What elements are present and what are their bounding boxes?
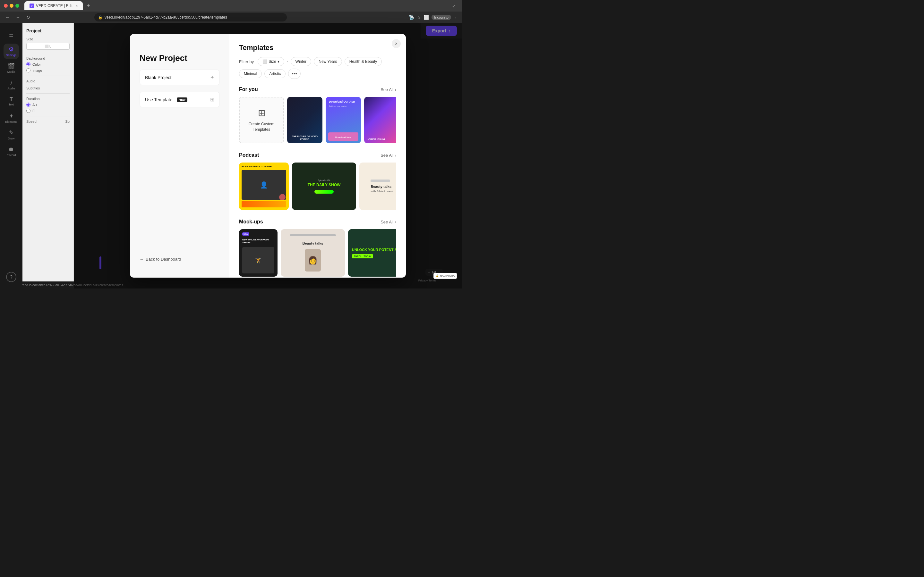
- maximize-window-button[interactable]: [15, 4, 19, 8]
- mockups-see-all-label: See All: [381, 219, 393, 224]
- color-radio[interactable]: [26, 62, 31, 66]
- beauty-talks-title: Beauty talks: [371, 185, 394, 189]
- sidebar-item-text[interactable]: T Text: [3, 93, 19, 109]
- back-button[interactable]: ←: [4, 15, 11, 20]
- browser-menu-icon[interactable]: ⋮: [454, 15, 458, 20]
- cast-icon[interactable]: 📡: [409, 15, 414, 20]
- create-custom-icon: ⊞: [258, 108, 265, 118]
- for-you-grid: ⊞ Create Custom Templates THE FUTURE OF …: [239, 97, 396, 143]
- new-online-workout-card[interactable]: NEW NEW ONLINE WORKOUT SERIES 🏋: [239, 229, 278, 277]
- bookmark-icon[interactable]: ☆: [417, 15, 421, 20]
- more-filters-button[interactable]: •••: [288, 69, 300, 79]
- sidebar: ☰ ⚙ Settings 🎬 Media ♪ Audio T Text ✦ El…: [0, 23, 23, 288]
- sidebar-item-draw[interactable]: ✎ Draw: [3, 127, 19, 142]
- artistic-filter-button[interactable]: Artistic: [264, 69, 286, 78]
- templates-title: Templates: [239, 44, 396, 52]
- size-filter-button[interactable]: ⬜ Size ▾: [258, 57, 284, 66]
- daily-show-title: THE DAILY SHOW: [308, 183, 341, 187]
- podcast-badge: [279, 194, 286, 200]
- tab-close-button[interactable]: ×: [76, 4, 78, 8]
- image-label: Image: [32, 69, 42, 73]
- sidebar-menu-toggle[interactable]: ☰: [3, 27, 19, 42]
- mockups-section-header: Mock-ups See All ›: [239, 219, 396, 225]
- lorem-ipsum-template-card[interactable]: LOREM IPSUM: [364, 97, 396, 143]
- active-tab[interactable]: V VEED CREATE | Edit ×: [24, 1, 83, 10]
- new-badge: NEW: [177, 97, 187, 102]
- landscape-button[interactable]: ⬜ L: [26, 43, 69, 50]
- download-app-title: Download Our App: [329, 100, 355, 104]
- browser-nav: ← → ↻ 🔒 veed.io/edit/abcb1297-5a01-4d77-…: [0, 11, 462, 23]
- image-option[interactable]: Image: [26, 68, 69, 73]
- blank-project-label: Blank Project: [145, 75, 171, 80]
- auto-duration-radio[interactable]: [26, 103, 31, 107]
- waveform-line-1: [371, 179, 390, 182]
- browser-titlebar: V VEED CREATE | Edit × + ⤢: [0, 0, 462, 11]
- sidebar-item-record[interactable]: ⏺ Record: [3, 143, 19, 159]
- unlock-potential-card[interactable]: Unlock Your Potential ENROLL TODAY: [348, 229, 396, 277]
- help-button[interactable]: ?: [6, 272, 16, 282]
- blank-project-option[interactable]: Blank Project ✦: [140, 69, 220, 85]
- beauty-talks-sub: with Silvia Lorento: [371, 190, 394, 193]
- winter-filter-button[interactable]: Winter: [291, 57, 312, 66]
- auto-duration-option[interactable]: Au: [26, 103, 69, 107]
- health-beauty-filter-button[interactable]: Health & Beauty: [344, 57, 382, 66]
- browser-nav-actions: 📡 ☆ ⬜ Incognito ⋮: [409, 15, 458, 20]
- create-custom-templates-card[interactable]: ⊞ Create Custom Templates: [239, 97, 284, 143]
- beauty-talks-phone-card[interactable]: Beauty talks 👩: [281, 229, 345, 277]
- image-radio[interactable]: [26, 68, 31, 73]
- panel-divider-4: [26, 116, 69, 116]
- download-app-template-card[interactable]: Download Our App Get it on your device D…: [326, 97, 361, 143]
- tab-favicon: V: [29, 3, 34, 8]
- speed-label: Speed: [26, 119, 37, 123]
- subtitles-section-label: Subtitles: [26, 86, 69, 90]
- download-app-sub: Get it on your device: [329, 105, 347, 107]
- beauty-talks-phone-title: Beauty talks: [302, 242, 323, 245]
- modal-close-button[interactable]: ×: [392, 39, 401, 48]
- future-video-template-card[interactable]: THE FUTURE OF VIDEO EDITING: [287, 97, 322, 143]
- modal-overlay: New Project Blank Project ✦ Use Template…: [74, 23, 462, 288]
- template-grid-icon: ⊞: [210, 97, 214, 103]
- podcast-see-all[interactable]: See All ›: [381, 153, 396, 158]
- daily-show-card[interactable]: Episode #14 THE DAILY SHOW: [292, 163, 356, 210]
- mockups-grid: NEW NEW ONLINE WORKOUT SERIES 🏋: [239, 229, 396, 277]
- mockups-see-all[interactable]: See All ›: [381, 219, 396, 224]
- sidebar-item-audio[interactable]: ♪ Audio: [3, 77, 19, 92]
- address-bar[interactable]: 🔒 veed.io/edit/abcb1297-5a01-4d77-b2aa-a…: [94, 13, 287, 21]
- beauty-talks-card[interactable]: Beauty talks with Silvia Lorento 👩: [359, 163, 396, 210]
- templates-panel: × Templates Filter by ⬜ Size ▾ Winter Ne…: [229, 34, 406, 277]
- sidebar-item-elements[interactable]: ✦ Elements: [3, 110, 19, 126]
- size-filter-icon: ⬜: [262, 59, 267, 64]
- extensions-icon[interactable]: ⬜: [423, 15, 429, 20]
- mockups-title: Mock-ups: [239, 219, 263, 225]
- back-arrow-icon: ←: [140, 257, 144, 261]
- new-years-filter-button[interactable]: New Years: [314, 57, 342, 66]
- sidebar-item-media[interactable]: 🎬 Media: [3, 60, 19, 76]
- use-template-option[interactable]: Use Template NEW ⊞: [140, 92, 220, 107]
- tab-title: VEED CREATE | Edit: [36, 3, 73, 8]
- background-options: Color Image: [26, 62, 69, 73]
- for-you-see-all[interactable]: See All ›: [381, 87, 396, 92]
- podcast-see-all-label: See All: [381, 153, 393, 158]
- close-window-button[interactable]: [4, 4, 8, 8]
- sidebar-settings-label: Settings: [6, 53, 17, 57]
- sidebar-elements-label: Elements: [5, 120, 17, 123]
- fixed-duration-radio[interactable]: [26, 109, 31, 113]
- refresh-button[interactable]: ↻: [24, 15, 32, 20]
- back-to-dashboard-link[interactable]: ← Back to Dashboard: [140, 253, 220, 265]
- forward-button[interactable]: →: [14, 15, 22, 20]
- sidebar-draw-label: Draw: [8, 137, 15, 140]
- podcasters-corner-card[interactable]: PODCASTER'S CORNER 👤: [239, 163, 289, 210]
- minimize-window-button[interactable]: [10, 4, 13, 8]
- new-project-modal: New Project Blank Project ✦ Use Template…: [130, 34, 406, 277]
- fixed-duration-option[interactable]: Fi: [26, 109, 69, 113]
- future-video-preview: THE FUTURE OF VIDEO EDITING: [287, 97, 322, 143]
- new-tab-button[interactable]: +: [84, 3, 93, 9]
- size-section-label: Size: [26, 37, 69, 41]
- address-text: veed.io/edit/abcb1297-5a01-4d77-b2aa-a83…: [105, 15, 227, 19]
- sidebar-item-settings[interactable]: ⚙ Settings: [3, 44, 19, 59]
- restore-down-icon[interactable]: ⤢: [452, 3, 456, 8]
- elements-icon: ✦: [9, 113, 14, 119]
- minimal-filter-button[interactable]: Minimal: [239, 69, 262, 78]
- incognito-badge: Incognito: [431, 15, 451, 20]
- color-option[interactable]: Color: [26, 62, 69, 66]
